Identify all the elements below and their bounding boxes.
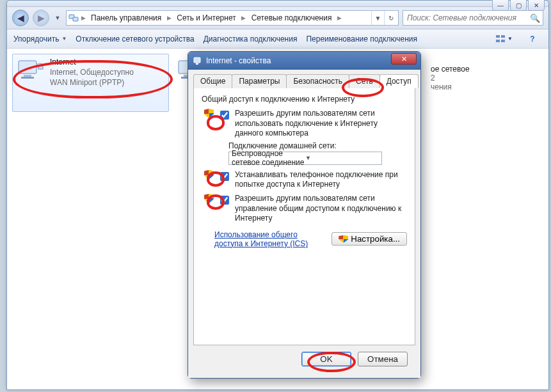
ok-button[interactable]: OK [301,352,351,366]
checkbox-label: Разрешить другим пользователям сети упра… [235,194,407,224]
properties-dialog: Internet - свойства ✕ Общие Параметры Бе… [188,51,421,379]
tab-network[interactable]: Сеть [349,74,380,88]
svg-rect-14 [194,58,200,63]
uac-shield-icon [204,194,214,203]
address-row: ◀ ▶ ▼ ▶ Панель управления ▶ Сеть и Интер… [7,7,548,29]
connection-name: Internet [50,57,134,67]
window-minimize[interactable]: — [492,0,509,11]
search-input[interactable] [406,13,530,23]
dialog-titlebar[interactable]: Internet - свойства ✕ [188,52,420,70]
tab-page-sharing: Общий доступ к подключению к Интернету Р… [193,88,415,345]
window-close[interactable]: ✕ [528,0,545,11]
window-maximize[interactable]: ▢ [510,0,527,11]
home-network-dropdown[interactable]: Беспроводное сетевое соединение ▼ [228,152,382,165]
nav-history-dropdown[interactable]: ▼ [53,10,62,26]
chevron-down-icon: ▼ [305,155,379,161]
uac-shield-icon [204,170,214,180]
checkbox-label: Разрешить другим пользователям сети испо… [235,109,407,139]
ics-help-link[interactable]: Использование общего доступа к Интернету… [214,230,325,248]
connection-status: Internet, Общедоступно [50,67,134,77]
search-icon: 🔍 [530,13,540,23]
toolbar-organize[interactable]: Упорядочить ▼ [13,35,67,43]
group-title: Общий доступ к подключению к Интернету [202,95,407,104]
window-titlebar[interactable] [7,1,548,7]
view-options-button[interactable]: ▼ [495,32,514,46]
nav-forward-button[interactable]: ▶ [33,10,49,26]
breadcrumb-network-connections[interactable]: Сетевые подключения [248,11,336,25]
breadcrumb-control-panel[interactable]: Панель управления [87,11,165,25]
chevron-right-icon[interactable]: ▶ [79,15,87,21]
svg-rect-15 [196,63,198,65]
svg-rect-8 [21,77,34,79]
partial-text: 2 [431,74,539,82]
tab-security[interactable]: Безопасность [286,74,349,88]
checkbox-allow-sharing[interactable] [220,111,229,120]
partial-text: ое сетевое [431,65,539,74]
uac-shield-icon [204,109,214,118]
partial-connection-item: ое сетевое 2 чения [431,65,539,91]
cancel-button[interactable]: Отмена [358,352,408,366]
svg-rect-5 [501,40,505,42]
connection-icon [17,57,45,85]
connection-device: WAN Miniport (PPTP) [50,77,134,88]
uac-shield-icon [339,235,348,243]
tab-general[interactable]: Общие [193,74,232,88]
svg-rect-7 [24,75,31,77]
checkbox-label: Устанавливать телефонное подключение при… [235,170,407,190]
svg-rect-3 [496,40,500,42]
toolbar: Упорядочить ▼ Отключение сетевого устрой… [7,29,548,49]
toolbar-diagnose[interactable]: Диагностика подключения [204,35,298,43]
toolbar-disable-device[interactable]: Отключение сетевого устройства [76,35,194,43]
checkbox-allow-control[interactable] [220,196,229,205]
tab-sharing[interactable]: Доступ [379,74,419,88]
svg-rect-2 [496,35,500,38]
chevron-right-icon[interactable]: ▶ [335,15,343,21]
toolbar-label: Упорядочить [13,35,59,43]
help-button[interactable]: ? [523,32,542,46]
dropdown-value: Беспроводное сетевое соединение [232,149,305,167]
chevron-right-icon[interactable]: ▶ [240,15,248,21]
svg-rect-4 [501,35,505,38]
address-bar[interactable]: ▶ Панель управления ▶ Сеть и Интернет ▶ … [66,10,399,26]
tabs-row: Общие Параметры Безопасность Сеть Доступ [193,74,415,88]
partial-text: чения [431,82,539,91]
connection-item-internet[interactable]: Internet Internet, Общедоступно WAN Mini… [12,54,169,112]
dialog-title: Internet - свойства [206,56,271,65]
checkbox-dial-on-demand[interactable] [220,172,229,181]
svg-rect-6 [19,61,36,74]
svg-rect-1 [73,17,78,21]
network-icon [68,12,79,24]
dialog-icon [193,56,202,65]
tab-options[interactable]: Параметры [232,74,287,88]
chevron-right-icon[interactable]: ▶ [165,15,173,21]
button-label: Настройка... [351,234,400,244]
toolbar-rename[interactable]: Переименование подключения [306,35,417,43]
breadcrumb-network-internet[interactable]: Сеть и Интернет [173,11,239,25]
nav-back-button[interactable]: ◀ [12,10,29,26]
chevron-down-icon: ▼ [507,36,513,42]
search-box[interactable]: 🔍 [403,10,543,26]
dialog-close-button[interactable]: ✕ [391,53,417,65]
address-dropdown[interactable]: ▼ [371,11,384,25]
refresh-button[interactable]: ↻ [384,11,397,25]
chevron-down-icon: ▼ [61,36,67,42]
svg-rect-9 [38,66,43,69]
settings-button[interactable]: Настройка... [331,232,407,246]
